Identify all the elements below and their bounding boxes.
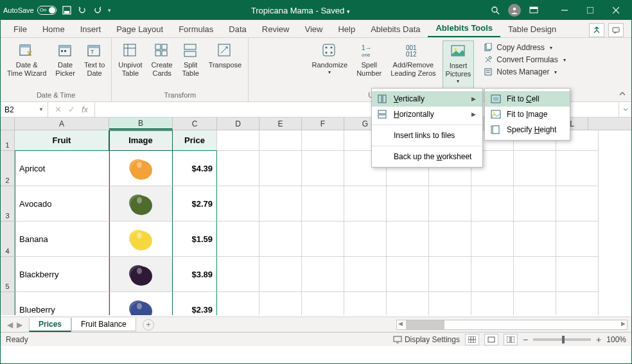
cell[interactable] [259,130,302,151]
sheet-tab-prices[interactable]: Prices [29,318,71,332]
col-header[interactable]: B [109,117,173,130]
row-header[interactable]: 1 [1,130,15,151]
cell[interactable] [429,292,471,315]
worksheet-grid[interactable]: A B C D E F G H I J K L 1 Fruit Image Pr… [1,117,631,316]
tab-insert[interactable]: Insert [73,21,109,37]
cell[interactable] [514,186,556,221]
transpose[interactable]: Transpose [206,40,245,91]
col-header[interactable]: E [259,117,302,130]
cell-image[interactable] [109,221,173,257]
cell[interactable] [514,151,556,186]
tab-help[interactable]: Help [330,21,363,37]
cell[interactable] [471,292,514,315]
create-cards[interactable]: Create Cards [149,40,175,91]
cell[interactable] [387,292,429,315]
menu-specify-height[interactable]: Specify Height [485,122,570,137]
cell-price[interactable]: $1.59 [173,221,217,257]
col-header[interactable]: F [302,117,344,130]
cell[interactable] [471,186,514,221]
row-header[interactable]: 2 [1,151,15,186]
cell-price[interactable]: $3.89 [173,257,217,292]
insert-pictures[interactable]: Insert Pictures▾ [443,40,475,91]
cell[interactable] [302,130,344,151]
zoom-slider[interactable] [533,338,591,341]
tab-review[interactable]: Review [254,21,297,37]
menu-horizontally[interactable]: Horizontally▶ [372,107,482,122]
cell[interactable] [259,257,302,292]
redo-icon[interactable] [92,5,103,15]
notes-manager[interactable]: Notes Manager ▾ [480,66,568,78]
select-all-corner[interactable] [1,117,15,130]
cell[interactable] [217,151,259,186]
tab-ablebits-tools[interactable]: Ablebits Tools [428,20,500,37]
cell[interactable] [217,257,259,292]
row-header[interactable]: 4 [1,221,15,257]
zoom-level[interactable]: 100% [606,335,626,344]
row-header[interactable]: 3 [1,186,15,221]
menu-insert-links[interactable]: Insert links to files [372,128,482,143]
col-header[interactable]: D [217,117,259,130]
cell[interactable] [217,292,259,315]
sheet-tab-fruit-balance[interactable]: Fruit Balance [71,318,136,331]
maximize-button[interactable] [577,1,603,20]
table-header[interactable]: Fruit [15,130,109,151]
zoom-out-icon[interactable]: − [523,334,528,345]
col-header[interactable]: C [173,117,217,130]
cell[interactable] [344,257,387,292]
tab-file[interactable]: File [6,21,35,37]
tab-data[interactable]: Data [221,21,254,37]
cell[interactable] [429,186,471,221]
cell[interactable] [259,292,302,315]
undo-icon[interactable] [77,5,87,15]
cell[interactable] [514,292,556,315]
cell[interactable] [259,221,302,257]
cell[interactable] [429,221,471,257]
cell-image[interactable] [109,151,173,186]
autosave-toggle[interactable]: AutoSave On [3,6,57,15]
cancel-formula-icon[interactable]: ✕ [55,105,62,114]
cell-fruit[interactable]: Apricot [15,151,109,186]
table-header[interactable]: Image [109,130,173,151]
user-avatar[interactable] [508,4,521,17]
cell-image[interactable] [109,257,173,292]
search-icon[interactable] [490,5,500,15]
minimize-button[interactable] [552,1,577,20]
cell[interactable] [302,292,344,315]
tab-table-design[interactable]: Table Design [500,21,564,37]
convert-formulas[interactable]: Convert Formulas ▾ [480,54,568,65]
row-header[interactable]: 5 [1,257,15,292]
spell-number[interactable]: 1→oneSpell Number [354,40,384,91]
collapse-ribbon-icon[interactable] [619,90,628,99]
cell[interactable] [387,221,429,257]
page-layout-view-icon[interactable] [484,334,498,345]
cell[interactable] [302,221,344,257]
col-header[interactable]: A [15,117,109,130]
cell-image[interactable] [109,186,173,221]
tab-view[interactable]: View [297,21,330,37]
expand-formula-icon[interactable] [619,102,631,117]
cell[interactable] [217,130,259,151]
tab-home[interactable]: Home [35,21,73,37]
fx-icon[interactable]: fx [82,105,88,114]
add-sheet-button[interactable]: ＋ [143,319,154,331]
row-header[interactable]: 6 [1,292,15,315]
menu-fit-to-image[interactable]: Fit to Image [485,107,570,122]
horizontal-scrollbar[interactable]: ◀▶ [396,320,628,330]
close-button[interactable] [603,1,629,20]
cell[interactable] [387,257,429,292]
cell[interactable] [556,186,599,221]
name-box[interactable]: B2▼ [1,102,48,117]
zoom-in-icon[interactable]: + [596,334,601,345]
cell[interactable] [514,257,556,292]
copy-address[interactable]: Copy Address ▾ [480,42,568,53]
normal-view-icon[interactable] [465,334,479,345]
randomize[interactable]: Randomize▾ [309,40,350,91]
sheet-nav-next[interactable]: ▶ [17,320,22,329]
cell-price[interactable]: $2.79 [173,186,217,221]
enter-formula-icon[interactable]: ✓ [68,105,75,114]
cell[interactable] [429,257,471,292]
cell[interactable] [556,151,599,186]
cell[interactable] [217,221,259,257]
cell[interactable] [556,221,599,257]
cell[interactable] [556,257,599,292]
